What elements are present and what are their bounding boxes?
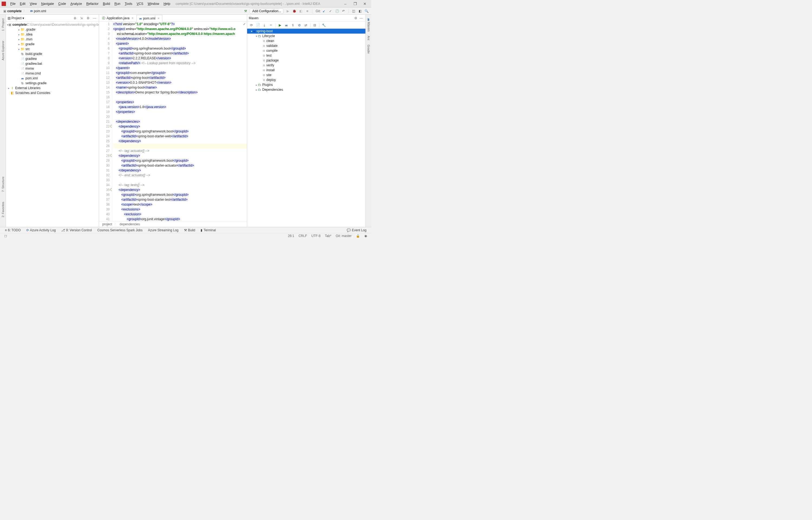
tree-item--gradle[interactable]: ▸📁.gradle bbox=[6, 27, 99, 32]
run-icon[interactable]: ▶ bbox=[284, 9, 291, 13]
maven-phase-site[interactable]: ⚙site bbox=[247, 73, 365, 77]
sidetab-maven[interactable]: m Maven bbox=[366, 19, 370, 31]
menu-refactor[interactable]: Refactor bbox=[84, 2, 101, 6]
code-line[interactable]: </dependency> bbox=[113, 168, 247, 173]
breadcrumb-file[interactable]: mpom.xml bbox=[29, 9, 48, 13]
maven-phase-test[interactable]: ⚙test bbox=[247, 53, 365, 58]
tree-root[interactable]: ▾▣complete C:\Users\yucwan\Documents\vsw… bbox=[6, 22, 99, 27]
maven-phase-clean[interactable]: ⚙clean bbox=[247, 38, 365, 43]
code-line[interactable]: <scope>test</scope> bbox=[113, 202, 247, 207]
tree-external-libraries[interactable]: ▸⫴External Libraries bbox=[6, 85, 99, 90]
menu-help[interactable]: Help bbox=[161, 2, 172, 6]
tree-item-gradlew-bat[interactable]: 📄gradlew.bat bbox=[6, 61, 99, 66]
code-line[interactable]: <groupId>com.example</groupId> bbox=[113, 71, 247, 75]
spring-gutter-icon[interactable] bbox=[110, 188, 112, 191]
menu-code[interactable]: Code bbox=[56, 2, 68, 6]
maven-wrench-icon[interactable]: 🔧 bbox=[320, 22, 327, 28]
code-line[interactable]: <exclusions> bbox=[113, 207, 247, 212]
sidetab-ant[interactable]: Ant bbox=[367, 36, 370, 41]
menu-navigate[interactable]: Navigate bbox=[39, 2, 56, 6]
code-line[interactable]: <properties> bbox=[113, 100, 247, 105]
reimport-icon[interactable]: ⟳ bbox=[248, 22, 255, 28]
tree-item-gradle[interactable]: ▸📁gradle bbox=[6, 42, 99, 47]
code-line[interactable]: <groupId>org.springframework.boot</group… bbox=[113, 129, 247, 134]
execute-goal-icon[interactable]: m bbox=[283, 22, 289, 28]
maximize-button[interactable]: ❐ bbox=[350, 2, 360, 6]
sidetab-azure-explorer[interactable]: Azure Explorer bbox=[1, 41, 5, 60]
code-line[interactable]: <exclusion> bbox=[113, 212, 247, 217]
code-line[interactable]: <dependency> bbox=[113, 153, 247, 158]
maven-dependencies[interactable]: ▸🗀Dependencies bbox=[247, 87, 365, 92]
git-branch[interactable]: Git: master bbox=[333, 234, 354, 238]
memory-indicator-icon[interactable]: ◉ bbox=[362, 234, 369, 238]
code-line[interactable]: <!-- tag::actuator[] --> bbox=[113, 149, 247, 153]
code-line[interactable]: <java.version>1.8</java.version> bbox=[113, 105, 247, 109]
menu-vcs[interactable]: VCS bbox=[135, 2, 146, 6]
close-tab-icon[interactable]: × bbox=[158, 17, 160, 20]
code-line[interactable]: <?xml version="1.0" encoding="UTF-8"?> bbox=[113, 22, 247, 27]
minimize-button[interactable]: – bbox=[340, 2, 350, 6]
tree-item--idea[interactable]: ▸📁.idea bbox=[6, 32, 99, 37]
build-tab[interactable]: ⚒ Build bbox=[181, 228, 198, 232]
spark-jobs-tab[interactable]: Cosmos Serverless Spark Jobs bbox=[94, 228, 145, 232]
run-maven-icon[interactable]: ▶ bbox=[277, 22, 283, 28]
code-line[interactable]: <name>spring-boot</name> bbox=[113, 85, 247, 90]
menu-edit[interactable]: Edit bbox=[18, 2, 28, 6]
code-line[interactable] bbox=[113, 95, 247, 100]
code-line[interactable]: <groupId>org.junit.vintage</groupId> bbox=[113, 217, 247, 221]
code-line[interactable]: <groupId>org.springframework.boot</group… bbox=[113, 192, 247, 197]
maven-lifecycle[interactable]: ▾🗀Lifecycle bbox=[247, 33, 365, 38]
status-icon[interactable]: ◻ bbox=[2, 234, 9, 238]
close-tab-icon[interactable]: × bbox=[132, 16, 134, 20]
tree-scratches[interactable]: ◧Scratches and Consoles bbox=[6, 90, 99, 95]
azure-streaming-tab[interactable]: Azure Streaming Log bbox=[145, 228, 181, 232]
lock-icon[interactable]: 🔒 bbox=[354, 234, 362, 238]
code-line[interactable]: <groupId>org.springframework.boot</group… bbox=[113, 46, 247, 51]
code-line[interactable]: <modelVersion>4.0.0</modelVersion> bbox=[113, 36, 247, 41]
download-sources-icon[interactable]: ⭳ bbox=[261, 22, 268, 28]
menu-file[interactable]: File bbox=[8, 2, 18, 6]
caret-position[interactable]: 26:1 bbox=[286, 234, 297, 238]
code-line[interactable]: </dependency> bbox=[113, 139, 247, 144]
settings-gear-icon[interactable]: ⚙ bbox=[85, 16, 91, 20]
code-line[interactable]: <project xmlns="http://maven.apache.org/… bbox=[113, 27, 247, 31]
code-line[interactable]: <artifactId>spring-boot</artifactId> bbox=[113, 75, 247, 80]
code-line[interactable]: <artifactId>spring-boot-starter-actuator… bbox=[113, 163, 247, 168]
git-commit-icon[interactable]: ✓ bbox=[327, 9, 334, 13]
sidetab-favorites[interactable]: 2: Favorites bbox=[1, 202, 5, 217]
collapse-all-icon[interactable]: ⊟ bbox=[311, 22, 318, 28]
toggle-offline-icon[interactable]: ⥮ bbox=[289, 22, 296, 28]
add-configuration-button[interactable]: Add Configuration... bbox=[250, 8, 283, 14]
menu-window[interactable]: Window bbox=[145, 2, 161, 6]
project-view-dropdown[interactable]: ▤ Project ▾ bbox=[7, 16, 24, 20]
code-editor[interactable]: 1234567891011121314151617181920212223242… bbox=[99, 22, 247, 221]
tree-item-mvnw-cmd[interactable]: 📄mvnw.cmd bbox=[6, 71, 99, 76]
tree-item-src[interactable]: ▸📁src bbox=[6, 47, 99, 51]
breadcrumb-root[interactable]: ▣complete〉 bbox=[2, 9, 29, 13]
sidetab-project[interactable]: 1: Project bbox=[1, 19, 5, 31]
toggle-skip-tests-icon[interactable]: ⊘ bbox=[296, 22, 303, 28]
stop-icon[interactable]: ■ bbox=[304, 9, 310, 13]
expand-all-icon[interactable]: ⇲ bbox=[79, 16, 84, 20]
code-line[interactable] bbox=[113, 144, 247, 149]
code-line[interactable]: <description>Demo project for Spring Boo… bbox=[113, 90, 247, 95]
maven-phase-package[interactable]: ⚙package bbox=[247, 58, 365, 63]
git-revert-icon[interactable]: ↶ bbox=[340, 9, 347, 13]
maven-phase-validate[interactable]: ⚙validate bbox=[247, 43, 365, 48]
code-line[interactable]: <!-- end::actuator[] --> bbox=[113, 173, 247, 178]
code-line[interactable]: <!-- tag::tests[] --> bbox=[113, 183, 247, 187]
menu-build[interactable]: Build bbox=[101, 2, 112, 6]
git-history-icon[interactable]: 🕘 bbox=[334, 9, 340, 13]
azure-activity-tab[interactable]: ⟳ Azure Activity Log bbox=[24, 228, 58, 232]
code-line[interactable]: <dependency> bbox=[113, 124, 247, 129]
code-line[interactable]: </properties> bbox=[113, 109, 247, 114]
menu-view[interactable]: View bbox=[28, 2, 39, 6]
code-line[interactable]: <artifactId>spring-boot-starter-web</art… bbox=[113, 134, 247, 139]
search-everywhere-icon[interactable]: 🔍 bbox=[363, 9, 370, 13]
version-control-tab[interactable]: ⎇ 9: Version Control bbox=[58, 228, 94, 232]
maven-plugins[interactable]: ▸🗀Plugins bbox=[247, 82, 365, 87]
git-update-icon[interactable]: ↙ bbox=[321, 9, 327, 13]
menu-tools[interactable]: Tools bbox=[122, 2, 135, 6]
show-deps-icon[interactable]: ⇄ bbox=[303, 22, 309, 28]
file-encoding[interactable]: UTF-8 bbox=[309, 234, 323, 238]
